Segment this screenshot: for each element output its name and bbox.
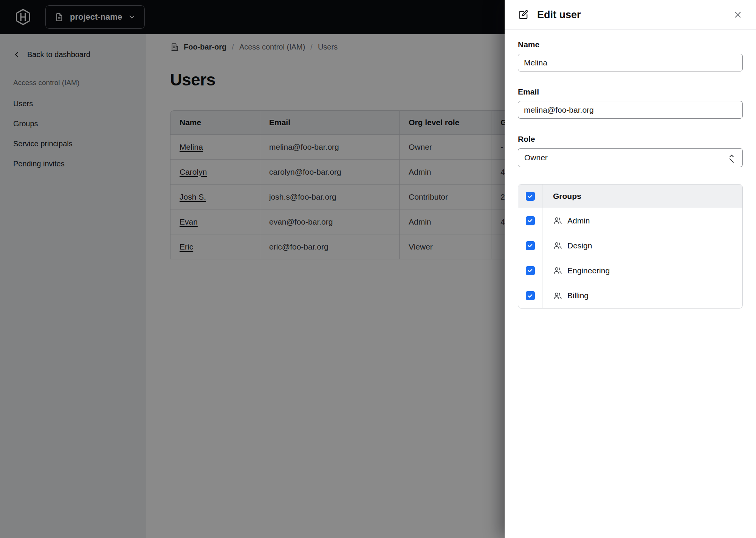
name-field-label: Name (518, 40, 743, 49)
groups-panel-header: Groups (518, 185, 742, 208)
role-field-label: Role (518, 135, 743, 144)
group-label: Design (567, 241, 592, 250)
groups-panel-title: Groups (542, 192, 581, 201)
drawer-body: Name Email Role Owner (505, 40, 756, 309)
group-label: Billing (567, 291, 589, 300)
users-group-icon (553, 266, 562, 275)
group-checkbox-engineering[interactable] (526, 266, 535, 275)
select-chevrons-icon (727, 153, 736, 163)
groups-panel: Groups (518, 184, 743, 309)
close-button[interactable] (733, 9, 743, 20)
group-row-billing[interactable]: Billing (518, 283, 742, 308)
group-row-design[interactable]: Design (518, 233, 742, 258)
name-field[interactable] (518, 54, 743, 71)
users-group-icon (553, 241, 562, 250)
email-field[interactable] (518, 101, 743, 119)
email-field-label: Email (518, 87, 743, 96)
drawer-header: Edit user (505, 0, 756, 30)
group-checkbox-design[interactable] (526, 241, 535, 250)
groups-select-all-checkbox[interactable] (526, 192, 535, 201)
users-group-icon (553, 216, 562, 225)
group-label: Admin (567, 216, 590, 225)
group-checkbox-billing[interactable] (526, 291, 535, 300)
drawer-title: Edit user (537, 9, 725, 21)
group-checkbox-admin[interactable] (526, 216, 535, 225)
role-selected-value: Owner (524, 153, 548, 162)
role-select[interactable]: Owner (518, 148, 743, 167)
users-group-icon (553, 291, 562, 301)
group-row-engineering[interactable]: Engineering (518, 258, 742, 283)
edit-user-drawer: Edit user Name Email Role Owner (505, 0, 756, 538)
group-row-admin[interactable]: Admin (518, 208, 742, 233)
group-label: Engineering (567, 266, 610, 275)
edit-icon (517, 9, 529, 21)
